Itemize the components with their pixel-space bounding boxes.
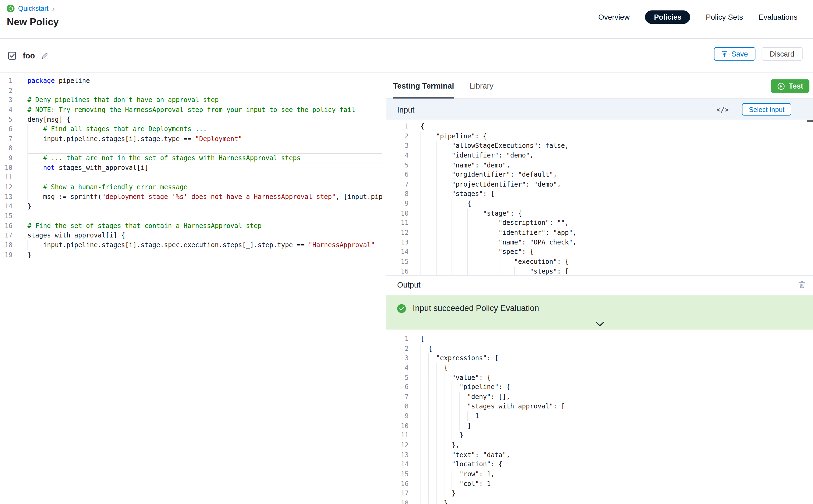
toolbar-actions: Save Discard <box>714 47 803 61</box>
code-line: 16# Find the set of stages that contain … <box>0 221 382 231</box>
tab-policies[interactable]: Policies <box>645 10 690 24</box>
indent-guide <box>436 402 437 412</box>
indent-guide <box>452 209 452 218</box>
indent-guide <box>444 440 445 450</box>
line-number: 1 <box>386 334 421 344</box>
indent-guide <box>452 402 452 412</box>
code-line: 11 <box>0 173 382 183</box>
code-view-icon[interactable]: </> <box>717 106 729 113</box>
chevron-down-icon <box>595 321 605 327</box>
indent-guide <box>421 470 421 479</box>
indent-guide <box>436 218 437 228</box>
indent-guide <box>421 421 421 431</box>
tab-library[interactable]: Library <box>470 73 493 98</box>
indent-guide <box>421 160 421 170</box>
line-number: 16 <box>386 267 421 275</box>
test-button[interactable]: Test <box>771 79 809 93</box>
indent-guide <box>436 160 437 170</box>
select-input-button[interactable]: Select Input <box>742 103 791 115</box>
code-line: 6 # Find all stages that are Deployments… <box>0 124 382 134</box>
policy-name-group: foo <box>8 39 48 72</box>
breadcrumb-chevron-icon: › <box>52 5 54 12</box>
line-number: 8 <box>386 402 421 412</box>
code-line: 6 "orgIdentifier": "default", <box>386 170 813 180</box>
indent-guide <box>468 218 468 228</box>
indent-guide <box>421 440 421 450</box>
indent-guide <box>436 373 437 383</box>
line-number: 14 <box>386 247 421 257</box>
policy-code-editor[interactable]: 1package pipeline23# Deny pipelines that… <box>0 73 382 504</box>
indent-guide <box>444 431 445 440</box>
indent-guide <box>436 238 437 247</box>
code-line: 4 "identifier": "demo", <box>386 151 813 160</box>
save-button[interactable]: Save <box>714 47 755 61</box>
indent-guide <box>421 431 421 440</box>
indent-guide <box>436 247 437 257</box>
indent-guide <box>421 489 421 498</box>
indent-guide <box>436 257 437 267</box>
code-line: 11 } <box>386 431 813 440</box>
indent-guide <box>428 470 429 479</box>
line-number: 7 <box>386 392 421 402</box>
line-number: 5 <box>386 373 421 383</box>
tab-overview[interactable]: Overview <box>598 13 630 21</box>
collapse-banner-button[interactable] <box>595 321 605 327</box>
line-number: 2 <box>386 344 421 353</box>
code-line: 7 input.pipeline.stages[i].stage.type ==… <box>0 134 382 144</box>
discard-button[interactable]: Discard <box>761 47 802 61</box>
indent-guide <box>421 209 421 218</box>
trash-icon <box>798 280 806 289</box>
indent-guide <box>27 183 28 192</box>
indent-guide <box>27 144 28 153</box>
code-line: 7 "deny": [], <box>386 392 813 402</box>
indent-guide <box>428 402 429 412</box>
indent-guide <box>444 392 445 402</box>
page-title: New Policy <box>7 17 59 28</box>
line-number: 16 <box>0 221 27 231</box>
code-line: 8 "stages": [ <box>386 189 813 199</box>
indent-guide <box>421 218 421 228</box>
indent-guide <box>444 411 445 421</box>
line-number: 14 <box>386 460 421 470</box>
tab-evaluations[interactable]: Evaluations <box>759 13 797 21</box>
line-number: 4 <box>386 363 421 373</box>
output-json-editor[interactable]: 1[2 {3 "expressions": [4 {5 "value": {6 … <box>386 330 813 504</box>
code-line: 5 "name": "demo", <box>386 160 813 170</box>
code-line: 3 "allowStageExecutions": false, <box>386 141 813 151</box>
project-icon <box>7 5 15 12</box>
code-line: 1[ <box>386 334 813 344</box>
indent-guide <box>483 247 484 257</box>
line-number: 15 <box>386 257 421 267</box>
indent-guide <box>421 363 421 373</box>
code-line: 9 # ... that are not in the set of stage… <box>0 153 382 163</box>
indent-guide <box>436 479 437 489</box>
line-number: 2 <box>386 131 421 141</box>
code-line: 14 "spec": { <box>386 247 813 257</box>
indent-guide <box>421 392 421 402</box>
indent-guide <box>27 192 28 202</box>
indent-guide <box>428 460 429 470</box>
indent-guide <box>428 440 429 450</box>
indent-guide <box>428 383 429 392</box>
indent-guide <box>468 267 468 275</box>
line-number: 7 <box>386 180 421 190</box>
indent-guide <box>428 489 429 498</box>
breadcrumb-project-link[interactable]: Quickstart <box>18 5 48 12</box>
code-line: 7 "projectIdentifier": "demo", <box>386 180 813 190</box>
code-line: 10 ] <box>386 421 813 431</box>
pencil-icon <box>41 52 48 59</box>
code-line: 9 1 <box>386 411 813 421</box>
tab-policy-sets[interactable]: Policy Sets <box>706 13 743 21</box>
edit-name-button[interactable] <box>41 52 48 59</box>
clear-output-button[interactable] <box>798 280 806 289</box>
indent-guide <box>452 421 452 431</box>
indent-guide <box>421 373 421 383</box>
tab-testing-terminal[interactable]: Testing Terminal <box>393 73 454 98</box>
input-json-editor[interactable]: 1{2 "pipeline": {3 "allowStageExecutions… <box>386 120 813 276</box>
code-line: 13 "text": "data", <box>386 450 813 460</box>
indent-guide <box>444 421 445 431</box>
indent-guide <box>428 479 429 489</box>
output-title: Output <box>397 280 421 289</box>
indent-guide <box>421 402 421 412</box>
indent-guide <box>27 163 28 173</box>
